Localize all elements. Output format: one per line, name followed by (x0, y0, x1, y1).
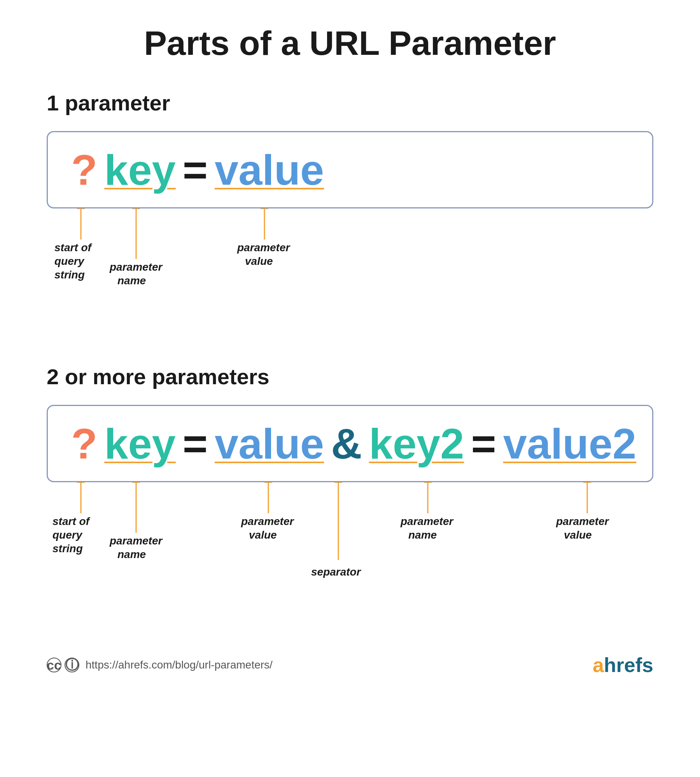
svg-text:value: value (249, 529, 277, 541)
section-2: 2 or more parameters ? key = value & key… (47, 364, 653, 622)
value-1: value (215, 146, 324, 193)
svg-text:parameter: parameter (109, 261, 163, 273)
footer-icons: cc ⓘ (47, 658, 79, 672)
main-title: Parts of a URL Parameter (47, 23, 653, 63)
annotation-area-2: start of query string parameter name par… (47, 482, 653, 622)
footer-left: cc ⓘ https://ahrefs.com/blog/url-paramet… (47, 658, 273, 672)
svg-text:parameter: parameter (400, 515, 454, 527)
url-box-1: ? key = value (47, 131, 653, 208)
svg-text:query: query (54, 255, 85, 267)
annotation-svg-2: start of query string parameter name par… (47, 482, 653, 622)
equals-2: = (183, 420, 208, 467)
svg-text:string: string (52, 542, 83, 555)
footer-url: https://ahrefs.com/blog/url-parameters/ (86, 659, 273, 671)
key2-2: key2 (369, 420, 464, 467)
ahrefs-logo-a: a (593, 654, 604, 676)
annotation-svg-1: start of query string parameter name par… (47, 208, 653, 325)
svg-text:name: name (117, 548, 146, 560)
key-2: key (104, 420, 176, 467)
ahrefs-logo: ahrefs (593, 653, 653, 677)
key-1: key (104, 146, 176, 193)
url-display-1: ? key = value (71, 146, 629, 193)
svg-text:parameter: parameter (109, 535, 163, 547)
svg-text:parameter: parameter (241, 515, 295, 527)
page-wrapper: Parts of a URL Parameter 1 parameter ? k… (0, 0, 700, 777)
question-mark-2: ? (71, 420, 97, 467)
info-icon: ⓘ (65, 658, 79, 672)
svg-text:start of: start of (54, 242, 93, 254)
section-1: 1 parameter ? key = value (47, 90, 653, 325)
svg-text:parameter: parameter (556, 515, 610, 527)
annotation-area-1: start of query string parameter name par… (47, 208, 653, 325)
value2-2: value2 (503, 420, 636, 467)
footer: cc ⓘ https://ahrefs.com/blog/url-paramet… (47, 646, 653, 677)
svg-text:separator: separator (311, 566, 362, 578)
svg-text:name: name (408, 529, 437, 541)
amp-2: & (331, 420, 362, 467)
svg-text:parameter: parameter (237, 242, 291, 254)
section2-heading: 2 or more parameters (47, 364, 653, 389)
svg-text:value: value (564, 529, 592, 541)
svg-text:value: value (245, 255, 273, 267)
question-mark-1: ? (71, 146, 97, 193)
cc-icon: cc (47, 658, 61, 672)
value-2: value (215, 420, 324, 467)
url-display-2: ? key = value & key2 = value2 (71, 420, 629, 467)
url-box-2: ? key = value & key2 = value2 (47, 405, 653, 482)
equals2-2: = (471, 420, 496, 467)
svg-text:name: name (117, 275, 146, 287)
svg-text:string: string (54, 269, 85, 281)
ahrefs-logo-rest: hrefs (604, 654, 653, 676)
section1-heading: 1 parameter (47, 90, 653, 116)
svg-text:start of: start of (52, 515, 91, 527)
equals-1: = (183, 146, 208, 193)
svg-text:query: query (52, 529, 83, 541)
